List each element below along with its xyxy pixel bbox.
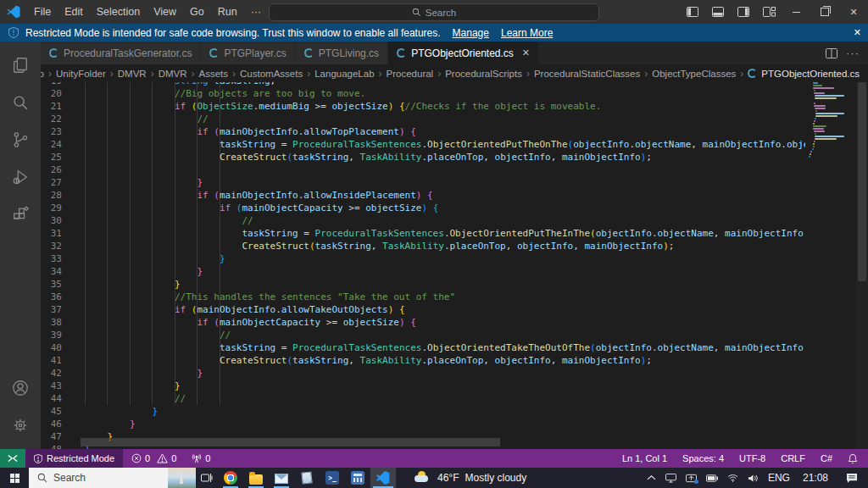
tray-chevron-up-icon[interactable] <box>647 474 656 481</box>
breadcrumb-item-assets[interactable]: Assets <box>198 69 230 79</box>
taskbar-app-file-explorer[interactable] <box>243 468 269 488</box>
toggle-secondary-sidebar-icon[interactable] <box>731 0 756 24</box>
line-number: 24 <box>41 138 85 151</box>
breadcrumb-item-languagelab[interactable]: LanguageLab <box>314 69 375 79</box>
battery-icon[interactable] <box>706 474 718 482</box>
menu-selection[interactable]: Selection <box>90 3 147 21</box>
code-view[interactable]: 19 string taskString;20 //Big objects ar… <box>41 82 805 449</box>
taskbar-app-vscode[interactable] <box>370 468 396 488</box>
minimap-line <box>813 82 818 84</box>
title-bar: FileEditSelectionViewGoRun··· ← → Search… <box>0 0 868 24</box>
start-button[interactable] <box>0 468 29 488</box>
weather-widget[interactable]: 46°F Mostly cloudy <box>408 468 533 488</box>
close-window-button[interactable]: ✕ <box>839 0 868 24</box>
menu-view[interactable]: View <box>147 3 183 21</box>
line-number: 45 <box>41 405 85 418</box>
indentation-status[interactable]: Spaces: 4 <box>682 453 724 463</box>
taskbar-app-chrome[interactable] <box>218 468 243 488</box>
breadcrumb-item-proceduralstaticclasses[interactable]: ProceduralStaticClasses <box>533 69 641 79</box>
tab-close-icon[interactable]: ✕ <box>522 47 530 58</box>
minimap-line <box>813 128 825 130</box>
editor-more-actions-icon[interactable]: ··· <box>846 47 860 59</box>
menu-[interactable]: ··· <box>244 3 269 21</box>
line-number: 21 <box>41 100 85 113</box>
breadcrumb-item-dmvr[interactable]: DMVR <box>158 69 188 79</box>
bing-daily-image[interactable] <box>168 468 196 488</box>
eol-status[interactable]: CRLF <box>781 453 805 463</box>
code-line-43: 43 } <box>41 380 805 392</box>
minimap-line <box>810 153 811 155</box>
run-debug-icon[interactable] <box>0 158 41 196</box>
breadcrumb-item-ptgobjectoriented-cs[interactable]: PTGObjectOriented.cs <box>747 69 860 79</box>
breadcrumb-item-proceduralscripts[interactable]: ProceduralScripts <box>444 69 523 79</box>
breadcrumb-item-objecttypeclasses[interactable]: ObjectTypeClasses <box>651 69 737 79</box>
csharp-file-icon <box>209 48 219 58</box>
taskbar-app-powershell[interactable]: >_ <box>320 468 345 488</box>
taskbar-search-box[interactable]: Search <box>29 468 196 488</box>
menu-run[interactable]: Run <box>211 3 244 21</box>
customize-layout-icon[interactable] <box>756 0 782 24</box>
menu-go[interactable]: Go <box>183 3 211 21</box>
vertical-scrollbar-thumb[interactable] <box>858 82 866 281</box>
taskbar-clock[interactable]: 21:08 <box>799 472 832 484</box>
tray-sync-icon[interactable] <box>686 474 697 483</box>
minimize-button[interactable] <box>782 0 810 24</box>
toggle-panel-icon[interactable] <box>705 0 731 24</box>
breadcrumb-items: adamd›OneDrive›Desktop›UnityFolder›DMVR›… <box>41 64 860 82</box>
minimap-line <box>813 125 827 127</box>
account-icon[interactable] <box>0 369 41 407</box>
menu-file[interactable]: File <box>27 3 58 21</box>
language-mode[interactable]: C# <box>821 453 832 463</box>
split-editor-icon[interactable] <box>826 48 837 58</box>
restricted-mode-status[interactable]: Restricted Mode <box>25 449 123 468</box>
line-content: } <box>85 278 181 291</box>
volume-icon[interactable] <box>748 474 759 483</box>
input-language[interactable]: ENG <box>768 472 790 484</box>
breadcrumb-item-unityfolder[interactable]: UnityFolder <box>55 69 107 79</box>
restore-button[interactable] <box>810 0 839 24</box>
taskbar-app-mail[interactable] <box>269 468 294 488</box>
line-content: } <box>85 265 203 278</box>
breadcrumb-item-customassets[interactable]: CustomAssets <box>239 69 303 79</box>
action-center-icon[interactable] <box>841 473 863 483</box>
shield-icon <box>8 27 19 38</box>
tab-ptgobjectoriented-cs[interactable]: PTGObjectOriented.cs✕ <box>388 42 539 64</box>
tab-ptgplayer-cs[interactable]: PTGPlayer.cs <box>201 42 295 64</box>
editor-pane: 19 string taskString;20 //Big objects ar… <box>41 82 868 449</box>
breadcrumb-item-procedural[interactable]: Procedural <box>386 69 435 79</box>
horizontal-scrollbar[interactable] <box>81 438 500 446</box>
remote-indicator[interactable] <box>0 449 25 468</box>
extensions-icon[interactable] <box>0 196 41 233</box>
notifications-bell-icon[interactable] <box>848 453 858 464</box>
banner-close-icon[interactable]: ✕ <box>854 27 861 38</box>
cursor-position[interactable]: Ln 1, Col 1 <box>622 453 667 463</box>
source-control-icon[interactable] <box>0 121 41 158</box>
command-center-search[interactable]: Search <box>269 3 599 21</box>
explorer-icon[interactable] <box>0 47 41 84</box>
taskbar-app-notes[interactable] <box>294 468 320 488</box>
settings-gear-icon[interactable] <box>0 407 41 444</box>
minimap-line <box>815 115 837 117</box>
toggle-sidebar-icon[interactable] <box>680 0 705 24</box>
tab-proceduraltaskgenerator-cs[interactable]: ProceduralTaskGenerator.cs <box>41 42 201 64</box>
tab-ptgliving-cs[interactable]: PTGLiving.cs <box>296 42 388 64</box>
breadcrumb-separator: › <box>147 68 158 80</box>
banner-learn-more-link[interactable]: Learn More <box>501 27 553 39</box>
weather-description: Mostly cloudy <box>465 472 526 484</box>
menu-edit[interactable]: Edit <box>58 3 90 21</box>
vertical-scrollbar[interactable] <box>856 82 868 449</box>
minimap-line <box>812 148 814 150</box>
ports-status[interactable]: 0 <box>186 453 215 463</box>
problems-status[interactable]: 0 0 <box>126 453 181 463</box>
search-view-icon[interactable] <box>0 84 41 121</box>
line-content: if (mainObjectInfo.allowInsidePlacement)… <box>85 189 433 202</box>
taskbar-app-calculator[interactable] <box>345 468 370 488</box>
wifi-icon[interactable] <box>727 474 738 482</box>
breadcrumb-item-dmvr[interactable]: DMVR <box>117 69 147 79</box>
banner-manage-link[interactable]: Manage <box>453 27 489 39</box>
line-number: 35 <box>41 278 85 291</box>
minimap[interactable] <box>805 82 856 449</box>
task-view-button[interactable] <box>196 468 218 488</box>
tray-display-icon[interactable] <box>665 474 676 483</box>
encoding-status[interactable]: UTF-8 <box>739 453 765 463</box>
